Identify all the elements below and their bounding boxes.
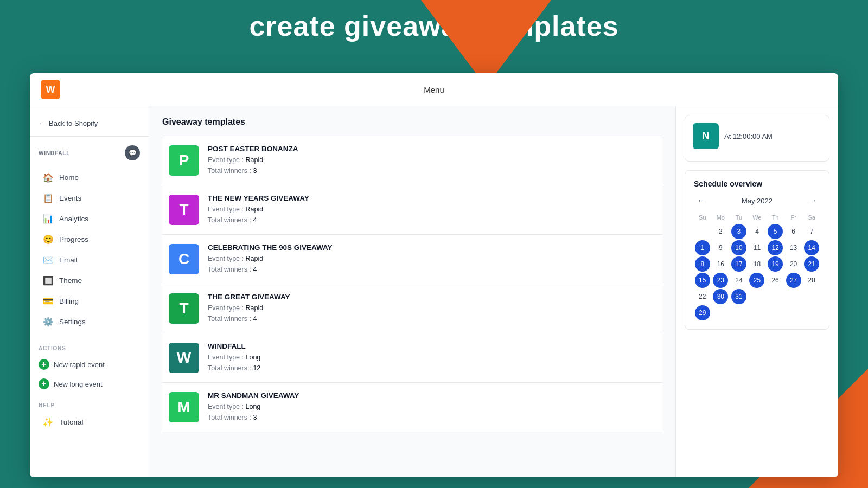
template-meta: Event type : Long Total winners : 12 xyxy=(208,352,656,374)
add-rapid-icon: + xyxy=(39,359,49,370)
events-icon: 📋 xyxy=(43,193,54,203)
template-icon: T xyxy=(169,195,199,225)
calendar-day xyxy=(749,289,764,304)
template-item[interactable]: T THE GREAT GIVEAWAY Event type : Rapid … xyxy=(162,284,662,333)
calendar-day[interactable]: 15 xyxy=(695,273,710,288)
calendar-day[interactable]: 1 xyxy=(695,240,710,255)
calendar-day[interactable]: 6 xyxy=(786,224,801,239)
template-meta: Event type : Rapid Total winners : 4 xyxy=(208,303,656,324)
email-icon: ✉️ xyxy=(43,255,54,265)
calendar-day[interactable]: 17 xyxy=(731,256,746,272)
back-arrow-icon: ← xyxy=(39,119,46,127)
calendar-next[interactable]: → xyxy=(805,195,820,207)
template-item[interactable]: P POST EASTER BONANZA Event type : Rapid… xyxy=(162,136,662,185)
sidebar-label-theme: Theme xyxy=(59,277,82,285)
calendar-day[interactable]: 25 xyxy=(749,273,764,288)
template-info: MR SANDMAN GIVEAWAY Event type : Long To… xyxy=(208,391,656,423)
sidebar-label-billing: Billing xyxy=(59,297,79,305)
calendar-section: Schedule overview ← May 2022 → SuMoTuWeT… xyxy=(685,170,829,330)
calendar-day[interactable]: 10 xyxy=(731,240,746,255)
sidebar-item-tutorial[interactable]: ✨ Tutorial xyxy=(34,412,144,432)
calendar-day[interactable]: 20 xyxy=(786,256,801,272)
menu-bar: W Menu xyxy=(30,73,838,106)
calendar-day[interactable]: 3 xyxy=(731,224,746,239)
calendar-day xyxy=(768,305,783,320)
sidebar-item-progress[interactable]: 😊 Progress xyxy=(34,229,144,249)
calendar-day[interactable]: 28 xyxy=(804,273,819,288)
calendar-day[interactable]: 8 xyxy=(695,256,710,272)
sidebar-item-theme[interactable]: 🔲 Theme xyxy=(34,271,144,291)
template-name: WINDFALL xyxy=(208,342,656,350)
calendar-day[interactable]: 7 xyxy=(804,224,819,239)
menu-title: Menu xyxy=(424,85,444,94)
section-title: Giveaway templates xyxy=(162,117,662,127)
template-meta: Event type : Rapid Total winners : 4 xyxy=(208,204,656,226)
calendar-day[interactable]: 5 xyxy=(768,224,783,239)
calendar-prev[interactable]: ← xyxy=(694,195,709,207)
sidebar-item-settings[interactable]: ⚙️ Settings xyxy=(34,312,144,332)
calendar-month: May 2022 xyxy=(742,197,773,205)
sidebar-item-home[interactable]: 🏠 Home xyxy=(34,168,144,188)
template-item[interactable]: M MR SANDMAN GIVEAWAY Event type : Long … xyxy=(162,383,662,432)
calendar-day[interactable]: 30 xyxy=(713,289,728,304)
calendar-day[interactable]: 26 xyxy=(768,273,783,288)
sidebar-label-analytics: Analytics xyxy=(59,215,88,223)
calendar-day[interactable]: 9 xyxy=(713,240,728,255)
calendar-day-header: Fr xyxy=(785,212,802,223)
template-icon: W xyxy=(169,343,199,373)
calendar-day[interactable]: 22 xyxy=(695,289,710,304)
back-to-shopify[interactable]: ← Back to Shopify xyxy=(30,115,149,137)
main-content: Giveaway templates P POST EASTER BONANZA… xyxy=(149,106,675,477)
new-long-event-action[interactable]: + New long event xyxy=(30,374,149,394)
template-item[interactable]: W WINDFALL Event type : Long Total winne… xyxy=(162,333,662,383)
calendar-day[interactable]: 12 xyxy=(768,240,783,255)
sidebar-nav: 🏠 Home 📋 Events 📊 Analytics 😊 Progress ✉… xyxy=(30,167,149,332)
calendar-day[interactable]: 2 xyxy=(713,224,728,239)
sidebar-item-analytics[interactable]: 📊 Analytics xyxy=(34,209,144,229)
template-meta: Event type : Rapid Total winners : 4 xyxy=(208,253,656,275)
schedule-preview-card: N At 12:00:00 AM xyxy=(685,115,829,162)
calendar-day[interactable]: 29 xyxy=(695,305,710,320)
app-window: W Menu ← Back to Shopify WINDFALL 💬 🏠 Ho… xyxy=(30,73,838,477)
template-info: POST EASTER BONANZA Event type : Rapid T… xyxy=(208,145,656,176)
chat-icon[interactable]: 💬 xyxy=(125,145,140,160)
calendar-day[interactable]: 11 xyxy=(749,240,764,255)
calendar-day-header: We xyxy=(749,212,766,223)
calendar-day xyxy=(731,305,746,320)
app-logo[interactable]: W xyxy=(41,80,60,99)
calendar-day[interactable]: 21 xyxy=(804,256,819,272)
new-rapid-event-action[interactable]: + New rapid event xyxy=(30,355,149,374)
calendar-day xyxy=(804,305,819,320)
back-label: Back to Shopify xyxy=(49,119,98,127)
calendar-day[interactable]: 31 xyxy=(731,289,746,304)
calendar-day[interactable]: 14 xyxy=(804,240,819,255)
template-icon: T xyxy=(169,293,199,324)
sidebar-item-events[interactable]: 📋 Events xyxy=(34,188,144,208)
calendar-day[interactable]: 24 xyxy=(731,273,746,288)
calendar-day[interactable]: 4 xyxy=(749,224,764,239)
calendar-day[interactable]: 13 xyxy=(786,240,801,255)
template-item[interactable]: C CELEBRATING THE 90S GIVEAWAY Event typ… xyxy=(162,235,662,284)
calendar-day xyxy=(713,305,728,320)
calendar-day[interactable]: 18 xyxy=(749,256,764,272)
hero-banner: create giveaway templates xyxy=(0,0,868,48)
calendar-day xyxy=(749,305,764,320)
sidebar-item-email[interactable]: ✉️ Email xyxy=(34,250,144,270)
calendar-day[interactable]: 19 xyxy=(768,256,783,272)
calendar-day[interactable]: 23 xyxy=(713,273,728,288)
template-name: MR SANDMAN GIVEAWAY xyxy=(208,391,656,400)
calendar-day xyxy=(695,224,710,239)
preview-header: N At 12:00:00 AM xyxy=(693,123,821,149)
template-name: CELEBRATING THE 90S GIVEAWAY xyxy=(208,243,656,252)
template-list: P POST EASTER BONANZA Event type : Rapid… xyxy=(162,136,662,432)
sidebar-gap xyxy=(30,332,149,341)
template-item[interactable]: T THE NEW YEARS GIVEAWAY Event type : Ra… xyxy=(162,185,662,235)
calendar-day[interactable]: 16 xyxy=(713,256,728,272)
calendar-grid: SuMoTuWeThFrSa23456719101112131481617181… xyxy=(694,212,820,320)
sidebar-item-billing[interactable]: 💳 Billing xyxy=(34,291,144,311)
new-long-label: New long event xyxy=(54,380,103,388)
calendar-day xyxy=(768,289,783,304)
progress-icon: 😊 xyxy=(43,234,54,245)
calendar-day[interactable]: 27 xyxy=(786,273,801,288)
calendar-day xyxy=(786,305,801,320)
